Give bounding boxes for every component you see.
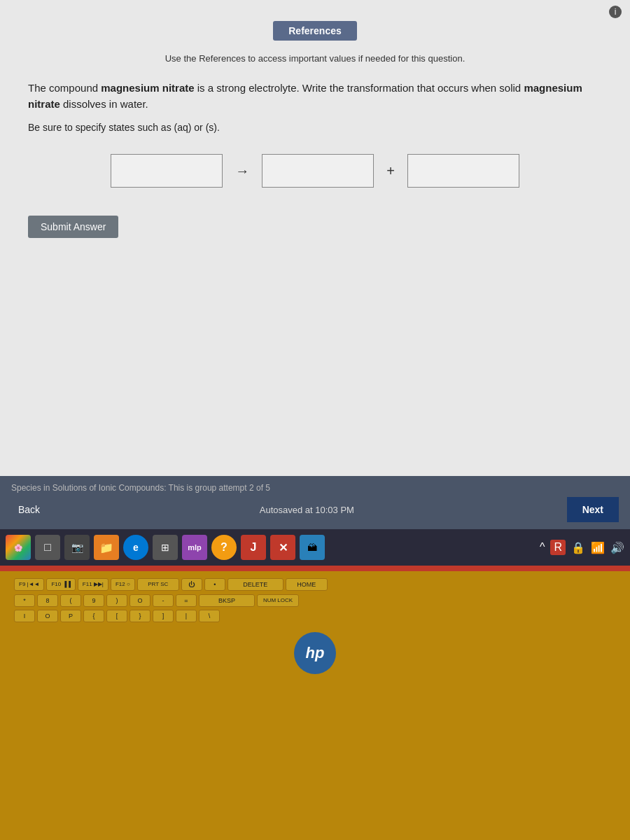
key-pipe[interactable]: | xyxy=(176,610,197,622)
bottom-bar-content: Back Autosaved at 10:03 PM Next xyxy=(11,497,619,522)
key-o[interactable]: O xyxy=(130,594,150,607)
taskbar-icon-photo[interactable]: 🏔 xyxy=(300,535,325,560)
key-dot[interactable]: • xyxy=(204,578,225,591)
taskbar: 🌸 □ 📷 📁 e ⊞ mlp ? J ✕ 🏔 xyxy=(0,529,630,566)
letter-key-row: I O P { [ } ] | \ xyxy=(14,610,616,622)
key-home[interactable]: HOME xyxy=(286,578,328,591)
bottom-bar: Species in Solutions of Ionic Compounds:… xyxy=(0,476,630,529)
key-numlock[interactable]: NUM LOCK xyxy=(257,594,299,607)
sub-instruction: Be sure to specify states such as (aq) o… xyxy=(28,122,602,133)
question-text: The compound magnesium nitrate is a stro… xyxy=(28,80,602,112)
key-o2[interactable]: O xyxy=(37,610,58,622)
key-openbrace[interactable]: { xyxy=(83,610,104,622)
laptop-keyboard-area: F9 |◄◄ F10 ▐▐ F11 ▶▶| F12 ○ PRT SC ⏻ • D… xyxy=(0,571,630,840)
equation-area: → + xyxy=(28,154,602,188)
key-p[interactable]: P xyxy=(60,610,81,622)
key-f9[interactable]: F9 |◄◄ xyxy=(14,578,44,591)
key-i[interactable]: I xyxy=(14,610,35,622)
key-openparen[interactable]: ( xyxy=(60,594,81,607)
equation-plus: + xyxy=(386,163,395,179)
taskbar-icon-start[interactable]: 🌸 xyxy=(6,535,31,560)
equation-arrow: → xyxy=(235,163,249,179)
references-container: References xyxy=(28,21,602,41)
key-prtsc[interactable]: PRT SC xyxy=(137,578,179,591)
next-button[interactable]: Next xyxy=(567,497,619,522)
taskbar-icon-square[interactable]: □ xyxy=(35,535,60,560)
equation-input-product2[interactable] xyxy=(407,154,519,188)
info-icon[interactable]: i xyxy=(609,6,622,18)
function-key-row: F9 |◄◄ F10 ▐▐ F11 ▶▶| F12 ○ PRT SC ⏻ • D… xyxy=(14,578,616,591)
key-f10[interactable]: F10 ▐▐ xyxy=(46,578,75,591)
key-asterisk[interactable]: * xyxy=(14,594,35,607)
key-power[interactable]: ⏻ xyxy=(181,578,202,591)
hp-logo: hp xyxy=(294,632,336,674)
group-attempt-text: Species in Solutions of Ionic Compounds:… xyxy=(11,483,619,493)
key-backslash[interactable]: \ xyxy=(199,610,220,622)
key-closebracket[interactable]: ] xyxy=(153,610,174,622)
key-equals[interactable]: = xyxy=(176,594,197,607)
references-button[interactable]: References xyxy=(273,21,357,41)
submit-answer-button[interactable]: Submit Answer xyxy=(28,216,118,238)
taskbar-icon-video[interactable]: 📷 xyxy=(64,535,90,560)
key-delete[interactable]: DELETE xyxy=(227,578,284,591)
taskbar-icon-browser[interactable]: e xyxy=(123,535,148,560)
key-9[interactable]: 9 xyxy=(83,594,104,607)
taskbar-chevron-icon[interactable]: ^ xyxy=(540,541,545,554)
taskbar-icon-grid[interactable]: ⊞ xyxy=(153,535,178,560)
number-key-row: * 8 ( 9 ) O - = BKSP NUM LOCK xyxy=(14,594,616,607)
taskbar-r-icon[interactable]: R xyxy=(550,540,566,555)
equation-input-reactant[interactable] xyxy=(111,154,223,188)
taskbar-wifi-icon[interactable]: 📶 xyxy=(591,541,605,554)
taskbar-lock-icon[interactable]: 🔒 xyxy=(571,541,585,554)
key-closeparen[interactable]: ) xyxy=(106,594,127,607)
taskbar-icon-help[interactable]: ? xyxy=(211,535,237,560)
instruction-text: Use the References to access important v… xyxy=(28,53,602,64)
back-button[interactable]: Back xyxy=(11,500,47,519)
equation-input-product1[interactable] xyxy=(262,154,374,188)
laptop-red-strip xyxy=(0,566,630,571)
main-content: References Use the References to access … xyxy=(0,0,630,476)
taskbar-icon-folder[interactable]: 📁 xyxy=(94,535,119,560)
key-backspace[interactable]: BKSP xyxy=(199,594,255,607)
key-openbracket[interactable]: [ xyxy=(106,610,127,622)
taskbar-icon-mlp[interactable]: mlp xyxy=(182,535,207,560)
taskbar-icon-j[interactable]: J xyxy=(241,535,266,560)
key-closebrace[interactable]: } xyxy=(130,610,150,622)
taskbar-volume-icon[interactable]: 🔊 xyxy=(610,541,624,554)
taskbar-icon-x[interactable]: ✕ xyxy=(270,535,295,560)
key-f12[interactable]: F12 ○ xyxy=(111,578,135,591)
key-minus[interactable]: - xyxy=(153,594,174,607)
taskbar-right-area: ^ R 🔒 📶 🔊 xyxy=(540,540,624,555)
key-f11[interactable]: F11 ▶▶| xyxy=(78,578,108,591)
key-8[interactable]: 8 xyxy=(37,594,58,607)
autosave-text: Autosaved at 10:03 PM xyxy=(47,505,567,515)
hp-logo-area: hp xyxy=(294,632,336,674)
